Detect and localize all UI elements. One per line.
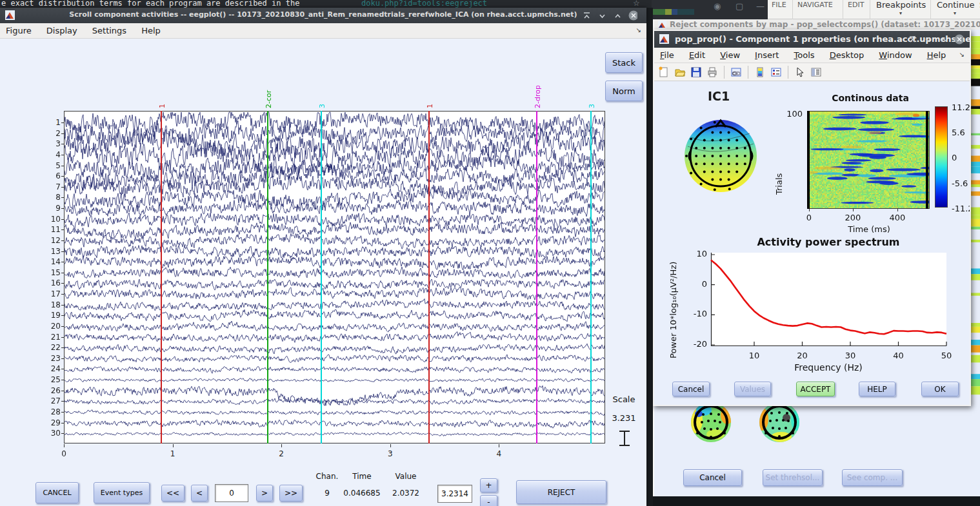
desktop-gap: [646, 8, 653, 506]
shade-window-icon[interactable]: [908, 35, 917, 44]
menu-view[interactable]: View: [714, 48, 746, 60]
spectrum-xtick: 40: [888, 351, 910, 360]
matlab-tab-edit[interactable]: EDIT: [848, 1, 864, 9]
popprop-accept-button[interactable]: ACCEPT: [796, 382, 835, 396]
channel-label: 6: [44, 171, 61, 180]
channel-tick: [61, 219, 64, 220]
stack-button[interactable]: Stack: [605, 52, 643, 73]
event-marker-line[interactable]: [590, 111, 592, 443]
selectcomps-see-comp-button[interactable]: See comp. ...: [842, 469, 903, 486]
norm-button[interactable]: Norm: [605, 81, 643, 101]
event-marker-line[interactable]: [536, 111, 537, 443]
value-value: 2.0372: [383, 489, 428, 498]
fast-back-button[interactable]: <<: [161, 485, 185, 501]
event-marker-line[interactable]: [428, 111, 430, 443]
fast-forward-button[interactable]: >>: [279, 485, 303, 501]
channel-tick: [61, 294, 64, 295]
minimize-window-icon[interactable]: [597, 11, 606, 20]
selectcomps-cancel-button[interactable]: Cancel: [683, 469, 742, 486]
close-window-icon[interactable]: [628, 11, 637, 20]
chan-header: Chan.: [309, 472, 345, 481]
scale-increase-button[interactable]: +: [480, 478, 497, 492]
x-axis-tick: [173, 444, 174, 447]
insert-legend-icon[interactable]: [770, 66, 782, 78]
matlab-continue-button[interactable]: Continue: [937, 0, 974, 10]
cancel-button[interactable]: CANCEL: [35, 482, 79, 503]
channel-label: 27: [44, 396, 61, 405]
event-marker-label: 3: [318, 104, 326, 108]
menu-file[interactable]: File: [654, 48, 680, 60]
matlab-tab-navigate[interactable]: NAVIGATE: [797, 1, 833, 9]
channel-tick: [61, 358, 64, 359]
matlab-tab-file[interactable]: FILE: [772, 1, 786, 9]
menu-window[interactable]: Window: [873, 48, 917, 60]
link-plot-icon[interactable]: [730, 66, 742, 78]
event-types-button[interactable]: Event types: [94, 482, 150, 503]
erpimage-heatmap: [807, 111, 930, 209]
matlab-breakpoints-button[interactable]: Breakpoints: [876, 0, 926, 10]
position-input[interactable]: [215, 484, 248, 502]
breakpoints-dropdown-icon[interactable]: ▾: [899, 10, 902, 16]
menu-display[interactable]: Display: [41, 23, 83, 35]
new-figure-icon[interactable]: [658, 66, 670, 78]
event-marker-label: 1: [158, 104, 166, 108]
popprop-titlebar[interactable]: pop_prop() - Component 1 properties (on …: [654, 31, 970, 48]
selectcomps-clipped-content: [971, 30, 980, 406]
erpimage-title: Continous data: [809, 93, 932, 103]
popprop-ok-button[interactable]: OK: [921, 382, 959, 396]
print-icon[interactable]: [706, 66, 718, 78]
selectcomps-titlebar[interactable]: Reject components by map - pop_selectcom…: [653, 19, 980, 30]
shade-window-icon[interactable]: [582, 11, 591, 20]
menu-desktop[interactable]: Desktop: [824, 48, 870, 60]
scale-edit-input[interactable]: [437, 485, 472, 503]
menu-help[interactable]: Help: [921, 48, 952, 60]
maximize-window-icon[interactable]: [613, 11, 622, 20]
save-icon[interactable]: [690, 66, 702, 78]
scale-decrease-button[interactable]: -: [480, 495, 497, 506]
reject-button[interactable]: REJECT: [516, 480, 606, 504]
channel-label: 24: [44, 364, 61, 373]
menu-settings[interactable]: Settings: [86, 23, 132, 35]
popprop-help-button[interactable]: HELP: [859, 382, 895, 396]
dock-figure-icon[interactable]: ↘: [959, 51, 965, 58]
popprop-values-button[interactable]: Values: [734, 382, 771, 396]
menu-figure[interactable]: Figure: [0, 23, 37, 35]
insert-colorbar-icon[interactable]: [754, 66, 766, 78]
erpimage-xtick: 200: [841, 213, 865, 222]
popprop-cancel-button[interactable]: Cancel: [672, 382, 710, 396]
channel-tick: [61, 433, 64, 434]
channel-label: 12: [44, 236, 61, 245]
mini-plot-remnant: [653, 9, 694, 15]
value-header: Value: [388, 472, 424, 481]
event-marker-line[interactable]: [321, 111, 322, 443]
channel-tick: [61, 391, 64, 391]
component-topomap-thumbnail[interactable]: [690, 405, 732, 443]
open-file-icon[interactable]: [674, 66, 686, 78]
event-marker-line[interactable]: [267, 111, 268, 443]
menu-insert[interactable]: Insert: [749, 48, 785, 60]
eeg-scroll-plot[interactable]: [64, 111, 605, 443]
property-inspector-icon[interactable]: [810, 66, 822, 78]
minimize-window-icon[interactable]: [923, 35, 932, 44]
dock-figure-icon[interactable]: ↘: [636, 26, 641, 34]
close-window-icon[interactable]: [954, 35, 963, 44]
menu-help[interactable]: Help: [135, 23, 166, 35]
spectrum-ytick: -20: [681, 339, 707, 349]
continue-dropdown-icon[interactable]: ▾: [954, 10, 956, 16]
channel-label: 18: [44, 300, 61, 309]
forward-button[interactable]: >: [256, 485, 273, 501]
eegplot-window-title: Scroll component activities -- eegplot()…: [0, 10, 646, 19]
back-button[interactable]: <: [191, 485, 208, 501]
eegplot-titlebar[interactable]: Scroll component activities -- eegplot()…: [0, 8, 646, 23]
channel-tick: [61, 229, 64, 230]
maximize-window-icon[interactable]: [939, 35, 948, 44]
pointer-cursor-icon[interactable]: [794, 66, 806, 78]
time-value: 0.046685: [339, 489, 385, 498]
selectcomps-set-threshold-button[interactable]: Set threhsol...: [763, 469, 823, 486]
component-topomap-thumbnail[interactable]: [758, 405, 801, 443]
erpimage-xlabel: Time (ms): [837, 224, 901, 234]
channel-tick: [61, 122, 64, 123]
menu-edit[interactable]: Edit: [683, 48, 711, 60]
menu-tools[interactable]: Tools: [788, 48, 821, 60]
event-marker-line[interactable]: [161, 111, 162, 443]
